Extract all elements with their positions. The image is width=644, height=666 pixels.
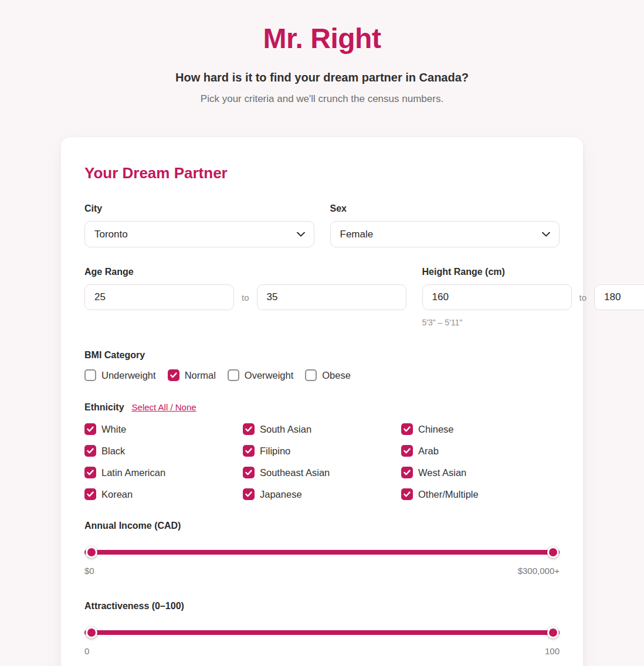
attractiveness-slider-min-thumb[interactable] (86, 627, 97, 638)
checkbox-label-southeast-asian: Southeast Asian (260, 466, 330, 479)
checkbox-label-white: White (101, 423, 126, 436)
attractiveness-max-label: 100 (545, 646, 560, 657)
checkbox-item-other-multiple[interactable]: Other/Multiple (401, 488, 560, 501)
age-max-input[interactable] (257, 284, 406, 310)
attractiveness-section: Attractiveness (0–100) 0 100 (84, 600, 560, 657)
checkbox-item-normal[interactable]: Normal (168, 369, 216, 382)
city-label: City (84, 203, 314, 215)
bmi-options: UnderweightNormalOverweightObese (84, 369, 560, 382)
checkbox-label-arab: Arab (418, 444, 439, 457)
age-range-label: Age Range (84, 266, 406, 278)
attractiveness-slider[interactable] (84, 626, 560, 640)
ethnicity-options: WhiteSouth AsianChineseBlackFilipinoArab… (84, 423, 560, 501)
income-slider-track[interactable] (84, 550, 560, 555)
income-slider-min-thumb[interactable] (86, 546, 97, 558)
checked-checkbox-icon[interactable] (84, 488, 96, 500)
income-slider[interactable] (84, 545, 560, 559)
checkbox-item-japanese[interactable]: Japanese (243, 488, 401, 501)
age-range-field: Age Range to (84, 266, 406, 310)
unchecked-checkbox-icon[interactable] (305, 369, 317, 381)
checkbox-item-underweight[interactable]: Underweight (84, 369, 156, 382)
income-min-label: $0 (84, 566, 94, 576)
age-min-input[interactable] (84, 284, 234, 310)
criteria-card: Your Dream Partner City Toronto Sex Fema… (61, 137, 583, 666)
checked-checkbox-icon[interactable] (401, 445, 413, 457)
page-title: Mr. Right (0, 22, 644, 55)
ethnicity-section: Ethnicity Select All / None WhiteSouth A… (84, 402, 560, 501)
height-max-input[interactable] (594, 284, 644, 310)
sex-select[interactable]: Female (330, 221, 560, 247)
unchecked-checkbox-icon[interactable] (228, 369, 239, 381)
checkbox-item-chinese[interactable]: Chinese (401, 423, 560, 436)
checkbox-label-obese: Obese (322, 369, 351, 382)
checkbox-item-filipino[interactable]: Filipino (243, 444, 401, 457)
bmi-section: BMI Category UnderweightNormalOverweight… (84, 349, 560, 382)
height-imperial-hint: 5'3" – 5'11" (422, 318, 644, 327)
page-subtitle: How hard is it to find your dream partne… (0, 70, 644, 84)
income-slider-max-thumb[interactable] (547, 546, 559, 558)
checkbox-item-south-asian[interactable]: South Asian (243, 423, 401, 436)
checkbox-label-filipino: Filipino (260, 444, 290, 457)
attractiveness-slider-track[interactable] (84, 630, 560, 635)
height-range-label: Height Range (cm) (422, 266, 644, 278)
bmi-label: BMI Category (84, 349, 560, 361)
checked-checkbox-icon[interactable] (168, 369, 179, 381)
city-field: City Toronto (84, 203, 314, 247)
checkbox-label-japanese: Japanese (260, 488, 302, 501)
checkbox-item-overweight[interactable]: Overweight (228, 369, 293, 382)
checked-checkbox-icon[interactable] (84, 423, 96, 435)
checkbox-label-west-asian: West Asian (418, 466, 466, 479)
checkbox-item-southeast-asian[interactable]: Southeast Asian (243, 466, 401, 479)
height-min-input[interactable] (422, 284, 572, 310)
attractiveness-min-label: 0 (84, 646, 89, 657)
checkbox-item-arab[interactable]: Arab (401, 444, 560, 457)
checkbox-label-black: Black (101, 444, 125, 457)
checked-checkbox-icon[interactable] (401, 467, 413, 478)
checkbox-label-korean: Korean (101, 488, 133, 501)
checkbox-item-west-asian[interactable]: West Asian (401, 466, 560, 479)
card-title: Your Dream Partner (84, 164, 560, 182)
checkbox-item-obese[interactable]: Obese (305, 369, 351, 382)
checkbox-label-overweight: Overweight (245, 369, 293, 382)
sex-label: Sex (330, 203, 560, 215)
select-all-none-link[interactable]: Select All / None (132, 402, 196, 412)
income-max-label: $300,000+ (518, 566, 560, 576)
age-to-text: to (242, 293, 249, 303)
height-to-text: to (579, 293, 587, 303)
checked-checkbox-icon[interactable] (243, 488, 255, 500)
income-label: Annual Income (CAD) (84, 520, 560, 532)
checkbox-item-korean[interactable]: Korean (84, 488, 243, 501)
checked-checkbox-icon[interactable] (243, 445, 255, 457)
checked-checkbox-icon[interactable] (84, 445, 96, 457)
checked-checkbox-icon[interactable] (401, 423, 413, 435)
attractiveness-label: Attractiveness (0–100) (84, 600, 560, 612)
income-section: Annual Income (CAD) $0 $300,000+ (84, 520, 560, 576)
checkbox-label-latin-american: Latin American (101, 466, 165, 479)
checkbox-item-black[interactable]: Black (84, 444, 243, 457)
page-header: Mr. Right How hard is it to find your dr… (0, 0, 644, 106)
checked-checkbox-icon[interactable] (401, 488, 413, 500)
checkbox-label-underweight: Underweight (101, 369, 156, 382)
checkbox-item-white[interactable]: White (84, 423, 243, 436)
checkbox-label-normal: Normal (185, 369, 216, 382)
checkbox-label-other-multiple: Other/Multiple (418, 488, 479, 501)
unchecked-checkbox-icon[interactable] (84, 369, 96, 381)
checkbox-label-chinese: Chinese (418, 423, 454, 436)
height-range-field: Height Range (cm) to 5'3" – 5'11" (422, 266, 644, 327)
checked-checkbox-icon[interactable] (84, 467, 96, 478)
checked-checkbox-icon[interactable] (243, 467, 255, 478)
ethnicity-label: Ethnicity (84, 402, 124, 413)
checkbox-item-latin-american[interactable]: Latin American (84, 466, 243, 479)
city-select[interactable]: Toronto (84, 221, 314, 247)
sex-field: Sex Female (330, 203, 560, 247)
checkbox-label-south-asian: South Asian (260, 423, 311, 436)
checked-checkbox-icon[interactable] (243, 423, 255, 435)
page-tagline: Pick your criteria and we'll crunch the … (0, 93, 644, 106)
attractiveness-slider-max-thumb[interactable] (547, 627, 559, 638)
